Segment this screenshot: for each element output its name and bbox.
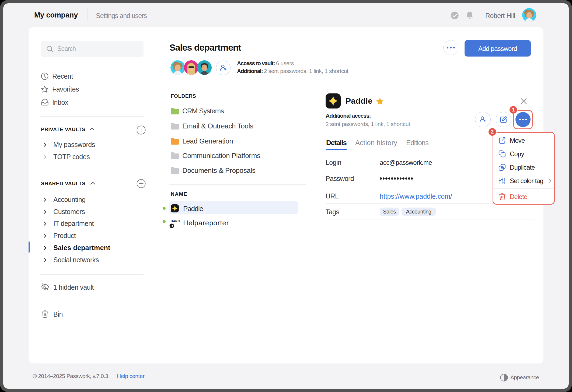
svg-text:HARO: HARO [171,219,180,223]
